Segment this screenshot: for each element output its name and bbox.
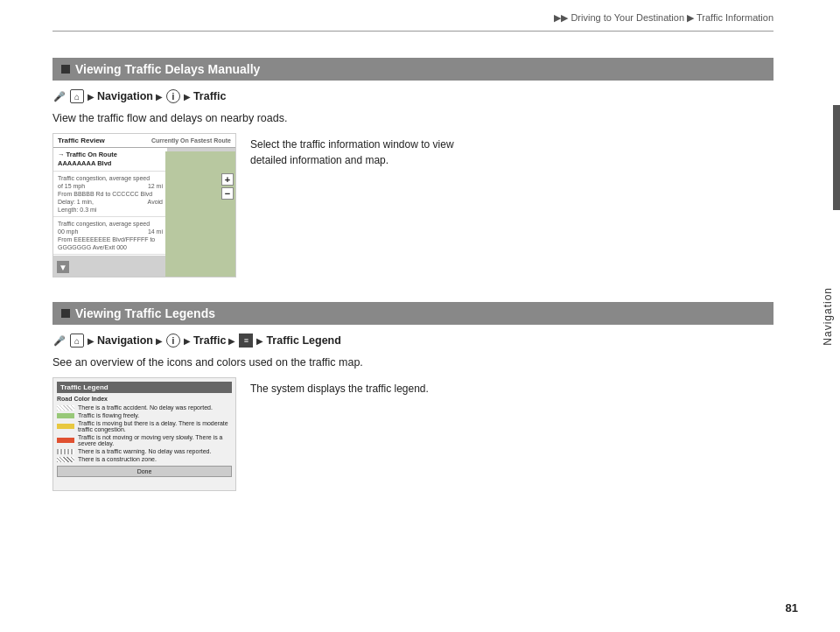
breadcrumb: ▶▶ Driving to Your Destination ▶ Traffic… — [52, 0, 774, 32]
section1-title: Viewing Traffic Delays Manually — [75, 62, 260, 76]
legend-row-2: Traffic is flowing freely. — [57, 412, 232, 418]
legend-color-6 — [57, 457, 74, 462]
section2-nav-path: 🎤 ⌂ ▶ Navigation ▶ i ▶ Traffic ▶ ≡ ▶ Tra… — [52, 334, 774, 348]
traffic-map: + − — [165, 151, 235, 277]
traffic-item-1: → Traffic On Route AAAAAAAA Blvd — [53, 148, 167, 172]
legend-row-5: There is a traffic warning. No delay was… — [57, 448, 232, 454]
legend-title: Traffic Legend — [57, 382, 232, 393]
section2-screenshot: Traffic Legend Road Color Index There is… — [52, 377, 236, 491]
section2-description: See an overview of the icons and colors … — [52, 356, 774, 369]
legend-subtitle: Road Color Index — [57, 396, 232, 402]
section2-header: Viewing Traffic Legends — [52, 302, 774, 325]
legend-text-4: Traffic is not moving or moving very slo… — [78, 434, 232, 446]
arrow2-3: ▶ — [184, 336, 191, 346]
menu-icon: ≡ — [239, 334, 253, 348]
info-icon-1: i — [166, 89, 180, 103]
legend-color-1 — [57, 405, 74, 411]
side-tab-bar — [833, 105, 840, 210]
legend-screen: Traffic Legend Road Color Index There is… — [53, 378, 235, 490]
legend-text-5: There is a traffic warning. No delay was… — [78, 448, 211, 454]
section1-header: Viewing Traffic Delays Manually — [52, 58, 774, 81]
section2-icon — [61, 309, 70, 318]
traffic-item-2: Traffic congestion, average speed 12 mi … — [53, 172, 167, 217]
legend-color-3 — [57, 424, 74, 429]
section2-content-row: Traffic Legend Road Color Index There is… — [52, 377, 774, 491]
traffic-review-title: Traffic Review — [58, 137, 105, 144]
breadcrumb-text: ▶▶ Driving to Your Destination ▶ Traffic… — [554, 12, 774, 23]
traffic-item-3: Traffic congestion, average speed 14 mi … — [53, 217, 167, 255]
zoom-out-button[interactable]: − — [221, 187, 234, 200]
map-controls: + − — [221, 173, 234, 200]
legend-color-5 — [57, 449, 74, 454]
legend-text-3: Traffic is moving but there is a delay. … — [78, 420, 232, 432]
legend-row-4: Traffic is not moving or moving very slo… — [57, 434, 232, 446]
arrow1-3: ▶ — [184, 92, 191, 102]
side-tab: Navigation — [816, 0, 840, 632]
legend-color-4 — [57, 438, 74, 443]
legend-row-3: Traffic is moving but there is a delay. … — [57, 420, 232, 432]
section1-content-row: Traffic Review Currently On Fastest Rout… — [52, 133, 774, 277]
section1-block: Viewing Traffic Delays Manually 🎤 ⌂ ▶ Na… — [52, 58, 774, 277]
legend-text-2: Traffic is flowing freely. — [78, 412, 139, 418]
traffic-list: → Traffic On Route AAAAAAAA Blvd Traffic… — [53, 148, 167, 256]
legend-row-6: There is a construction zone. — [57, 456, 232, 462]
legend-row-1: There is a traffic accident. No delay wa… — [57, 404, 232, 411]
section1-icon — [61, 65, 70, 74]
mic-icon-1: 🎤 — [53, 91, 66, 102]
info-icon-2: i — [166, 334, 180, 348]
home-icon-1: ⌂ — [70, 89, 84, 103]
zoom-in-button[interactable]: + — [221, 173, 234, 186]
traffic-label-2: Traffic — [193, 334, 227, 347]
page-number: 81 — [786, 601, 798, 614]
nav-label-1: Navigation — [97, 90, 153, 102]
main-content: ▶▶ Driving to Your Destination ▶ Traffic… — [0, 0, 816, 632]
arrow1-1: ▶ — [88, 92, 94, 102]
home-icon-2: ⌂ — [70, 334, 84, 348]
traffic-label-1: Traffic — [193, 90, 227, 102]
legend-text-6: There is a construction zone. — [78, 456, 157, 462]
section1-caption: Select the traffic information window to… — [250, 133, 478, 277]
traffic-review-status: Currently On Fastest Route — [151, 137, 231, 144]
section2-caption: The system displays the traffic legend. — [250, 377, 429, 491]
side-tab-label: Navigation — [822, 287, 834, 346]
nav-label-2: Navigation — [97, 334, 153, 347]
section2-block: Viewing Traffic Legends 🎤 ⌂ ▶ Navigation… — [52, 302, 774, 491]
traffic-legend-label: Traffic Legend — [266, 334, 340, 347]
done-button[interactable]: Done — [57, 466, 232, 477]
section1-nav-path: 🎤 ⌂ ▶ Navigation ▶ i ▶ Traffic — [52, 89, 774, 103]
section1-screenshot: Traffic Review Currently On Fastest Rout… — [52, 133, 236, 277]
legend-color-2 — [57, 413, 74, 418]
scroll-button[interactable]: ▼ — [57, 261, 69, 273]
section2-title: Viewing Traffic Legends — [75, 306, 215, 320]
arrow2-2: ▶ — [156, 336, 163, 346]
arrow2-5: ▶ — [256, 336, 263, 346]
section1-description: View the traffic flow and delays on near… — [52, 112, 774, 124]
traffic-review-screen: Traffic Review Currently On Fastest Rout… — [53, 134, 235, 277]
legend-text-1: There is a traffic accident. No delay wa… — [78, 404, 213, 411]
arrow2-4: ▶ — [228, 336, 235, 346]
mic-icon-2: 🎤 — [53, 335, 66, 347]
traffic-review-header: Traffic Review Currently On Fastest Rout… — [53, 134, 235, 148]
arrow1-2: ▶ — [156, 92, 163, 102]
arrow2-1: ▶ — [88, 336, 94, 346]
